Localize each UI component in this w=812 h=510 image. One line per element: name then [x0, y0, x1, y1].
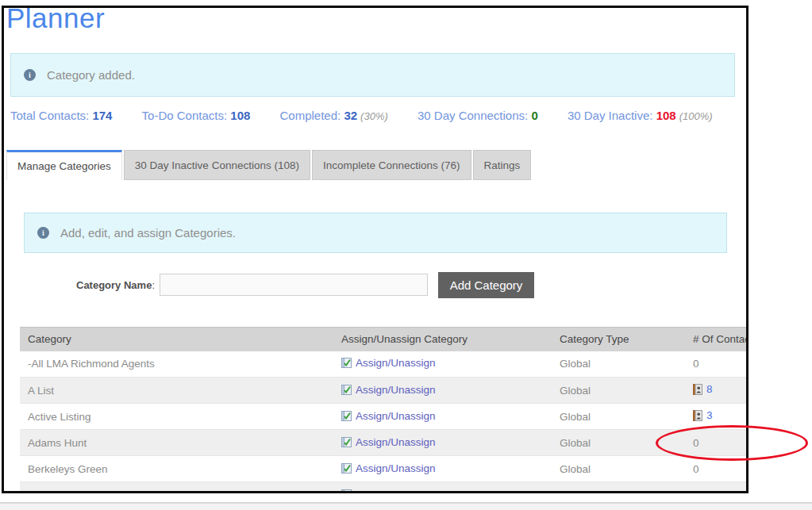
bottom-strip — [0, 502, 812, 510]
assign-edit-icon — [341, 437, 352, 447]
cell-count: 0 — [685, 430, 749, 456]
contact-book-icon — [693, 410, 702, 421]
table-row: Bethel Lake Assign/Unassign Global 0 — [20, 482, 749, 494]
alert-instructions: i Add, edit, and assign Categories. — [24, 213, 727, 253]
stats-bar: Total Contacts: 174 To-Do Contacts: 108 … — [10, 109, 739, 122]
assign-edit-icon — [341, 358, 352, 368]
col-header-category: Category — [20, 328, 333, 351]
cell-assign: Assign/Unassign — [333, 378, 552, 404]
assign-unassign-link[interactable]: Assign/Unassign — [341, 489, 436, 494]
assign-edit-icon — [341, 489, 352, 494]
col-header-type: Category Type — [552, 328, 685, 351]
cell-assign: Assign/Unassign — [333, 456, 552, 482]
tab-ratings[interactable]: Ratings — [473, 150, 532, 180]
contact-count-value: 0 — [693, 463, 699, 475]
tab-incomplete-connections[interactable]: Incomplete Connections (76) — [312, 150, 471, 180]
assign-edit-icon — [341, 385, 352, 395]
tab-bar: Manage Categories 30 Day Inactive Connec… — [6, 150, 533, 180]
cell-category: Active Listing — [20, 404, 333, 430]
cell-assign: Assign/Unassign — [333, 351, 552, 378]
add-category-button[interactable]: Add Category — [438, 272, 534, 298]
cell-type: Global — [552, 404, 685, 430]
assign-unassign-link[interactable]: Assign/Unassign — [341, 436, 436, 448]
table-row: Berkeleys Green Assign/Unassign Global 0 — [20, 456, 749, 482]
alert-instructions-text: Add, edit, and assign Categories. — [60, 226, 236, 240]
tab-manage-categories[interactable]: Manage Categories — [6, 150, 122, 180]
cell-type: Global — [552, 351, 685, 378]
table-row: Active Listing Assign/Unassign Global 3 — [20, 404, 749, 430]
cell-count: 0 — [685, 482, 749, 494]
info-icon: i — [24, 69, 36, 81]
cell-category: Berkeleys Green — [20, 456, 333, 482]
cell-category: Adams Hunt — [20, 430, 333, 456]
alert-category-added-text: Category added. — [47, 68, 135, 82]
cell-category: -All LMA Richmond Agents — [20, 351, 333, 378]
table-row: A List Assign/Unassign Global 8 — [20, 378, 749, 404]
cell-count: 0 — [685, 351, 749, 378]
cell-type: Global — [552, 430, 685, 456]
contact-count-link[interactable]: 8 — [693, 383, 713, 395]
cell-count: 0 — [685, 456, 749, 482]
cell-category: A List — [20, 378, 333, 404]
contact-count-value: 0 — [693, 358, 699, 370]
cell-type: Global — [552, 456, 685, 482]
cell-assign: Assign/Unassign — [333, 430, 552, 456]
category-name-label: Category Name: — [4, 279, 155, 291]
contact-count-link[interactable]: 3 — [693, 409, 713, 421]
categories-table: Category Assign/Unassign Category Catego… — [20, 327, 749, 493]
screenshot-frame: Planner i Category added. Total Contacts… — [2, 6, 749, 493]
table-row: -All LMA Richmond Agents Assign/Unassign… — [20, 351, 749, 378]
assign-unassign-link[interactable]: Assign/Unassign — [341, 410, 436, 422]
cell-type: Global — [552, 378, 685, 404]
col-header-assign: Assign/Unassign Category — [333, 328, 552, 351]
cell-count: 3 — [685, 404, 749, 430]
contact-book-icon — [693, 384, 702, 395]
table-row: Adams Hunt Assign/Unassign Global 0 — [20, 430, 749, 456]
tab-30day-inactive-connections[interactable]: 30 Day Inactive Connections (108) — [124, 150, 310, 180]
assign-unassign-link[interactable]: Assign/Unassign — [341, 462, 436, 474]
assign-edit-icon — [341, 411, 352, 421]
assign-edit-icon — [341, 463, 352, 474]
stat-completed: Completed: 32(30%) — [280, 109, 388, 122]
contact-count-value: 0 — [693, 437, 699, 449]
assign-unassign-link[interactable]: Assign/Unassign — [341, 357, 436, 369]
cell-count: 8 — [685, 378, 749, 404]
cell-assign: Assign/Unassign — [333, 404, 552, 430]
contact-count-value: 0 — [693, 489, 699, 494]
alert-category-added: i Category added. — [10, 53, 735, 97]
cell-type: Global — [552, 482, 685, 494]
page-title: Planner — [6, 6, 105, 34]
stat-30day-inactive: 30 Day Inactive: 108(100%) — [568, 109, 713, 122]
info-icon: i — [37, 227, 49, 239]
category-name-input[interactable] — [160, 274, 428, 296]
cell-category: Bethel Lake — [20, 482, 333, 494]
stat-total-contacts: Total Contacts: 174 — [10, 109, 112, 122]
cell-assign: Assign/Unassign — [333, 482, 552, 494]
assign-unassign-link[interactable]: Assign/Unassign — [341, 384, 436, 396]
col-header-count: # Of Contacts — [685, 328, 749, 351]
stat-30day-connections: 30 Day Connections: 0 — [418, 109, 538, 122]
stat-todo-contacts: To-Do Contacts: 108 — [142, 109, 251, 122]
table-header-row: Category Assign/Unassign Category Catego… — [20, 328, 749, 351]
